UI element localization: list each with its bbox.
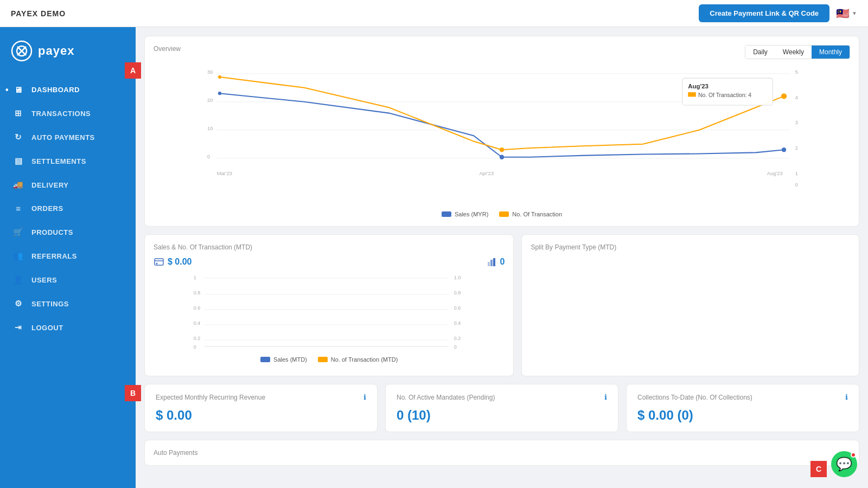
sidebar-label-settlements: SETTLEMENTS — [31, 157, 86, 165]
sidebar-item-logout[interactable]: ⇥ LOGOUT — [0, 316, 136, 339]
kpi-collections-info-icon[interactable]: ℹ — [845, 393, 848, 401]
annotation-badge-c: C — [810, 461, 827, 477]
svg-rect-29 — [155, 259, 163, 265]
svg-text:Apr'23: Apr'23 — [479, 171, 494, 176]
svg-text:0: 0 — [207, 154, 210, 159]
sidebar-logo-text: payex — [38, 44, 74, 58]
split-payment-card: Split By Payment Type (MTD) — [521, 234, 859, 376]
legend-transactions-mtd-label: No. of Transaction (MTD) — [331, 356, 398, 363]
sidebar-item-delivery[interactable]: 🚚 DELIVERY — [0, 173, 136, 197]
sidebar-item-users[interactable]: 👤 USERS — [0, 268, 136, 292]
overview-chart-svg: 30 20 10 0 5 4 3 2 1 0 — [154, 62, 850, 203]
sidebar-item-auto-payments[interactable]: ↻ AUTO PAYMENTS — [0, 125, 136, 149]
sidebar-item-settings[interactable]: ⚙ SETTINGS — [0, 292, 136, 316]
toggle-monthly[interactable]: Monthly — [812, 46, 850, 59]
legend-sales-mtd: Sales (MTD) — [260, 356, 307, 363]
kpi-recurring-header: Expected Monthly Recurring Revenue ℹ — [156, 393, 366, 401]
svg-point-24 — [781, 93, 787, 99]
overview-chart-container: 30 20 10 0 5 4 3 2 1 0 — [154, 62, 850, 206]
annotation-badge-a: A — [125, 62, 141, 79]
sidebar-item-transactions[interactable]: ⊞ TRANSACTIONS — [0, 101, 136, 125]
kpi-mandates-info-icon[interactable]: ℹ — [604, 393, 607, 401]
svg-text:0.2: 0.2 — [194, 336, 201, 341]
svg-rect-27 — [688, 92, 696, 97]
svg-text:0.6: 0.6 — [454, 305, 461, 311]
svg-text:10: 10 — [207, 126, 213, 131]
language-selector[interactable]: 🇲🇾 ▼ — [836, 7, 857, 20]
user-gear-icon: 👤 — [13, 275, 24, 285]
sidebar-label-transactions: TRANSACTIONS — [31, 110, 91, 118]
svg-text:0.6: 0.6 — [194, 305, 201, 311]
svg-text:2: 2 — [795, 145, 798, 151]
svg-text:1: 1 — [795, 171, 798, 176]
annotation-badge-b: B — [125, 385, 141, 401]
chart-toggle-group: Daily Weekly Monthly — [745, 45, 850, 59]
whatsapp-notification-dot — [851, 452, 856, 458]
svg-point-23 — [500, 147, 504, 152]
sidebar-item-dashboard[interactable]: 🖥 DASHBOARD — [0, 78, 136, 101]
whatsapp-icon: 💬 — [836, 457, 852, 472]
svg-point-20 — [500, 155, 504, 159]
sidebar-item-orders[interactable]: ≡ ORDERS — [0, 197, 136, 220]
toggle-daily[interactable]: Daily — [745, 46, 775, 59]
transaction-count: 0 — [486, 256, 505, 267]
sidebar-label-settings: SETTINGS — [31, 300, 69, 308]
people-icon: 👥 — [13, 251, 24, 261]
svg-text:0: 0 — [194, 344, 196, 349]
svg-rect-32 — [488, 262, 490, 266]
legend-transactions-mtd: No. of Transaction (MTD) — [318, 356, 398, 363]
legend-sales-dot — [442, 211, 451, 217]
kpi-recurring-title: Expected Monthly Recurring Revenue — [156, 394, 265, 401]
list-icon: ≡ — [13, 204, 24, 213]
sidebar-logo: payex — [0, 27, 136, 73]
kpi-recurring-info-icon[interactable]: ℹ — [363, 393, 366, 401]
sync-icon: ↻ — [13, 132, 24, 142]
svg-text:0: 0 — [454, 344, 457, 349]
svg-text:0.4: 0.4 — [194, 320, 201, 326]
grid-icon: ⊞ — [13, 108, 24, 118]
app-title: PAYEX DEMO — [11, 9, 66, 18]
svg-rect-25 — [682, 78, 773, 105]
legend-sales-mtd-dot — [260, 357, 270, 362]
svg-text:3: 3 — [795, 120, 798, 125]
svg-text:No. Of Transaction: 4: No. Of Transaction: 4 — [698, 92, 751, 98]
svg-rect-34 — [493, 258, 495, 266]
create-payment-button[interactable]: Create Payment Link & QR Code — [699, 4, 829, 22]
legend-transactions-label: No. Of Transaction — [512, 211, 562, 217]
overview-card: Overview Daily Weekly Monthly 30 20 10 0… — [144, 36, 859, 227]
sidebar-item-settlements[interactable]: ▤ SETTLEMENTS — [0, 149, 136, 173]
auto-payments-section: Auto Payments — [144, 440, 859, 466]
overview-header: Overview Daily Weekly Monthly — [154, 45, 850, 59]
whatsapp-button[interactable]: 💬 — [831, 451, 857, 477]
floating-area: C 💬 — [810, 451, 857, 477]
svg-text:30: 30 — [207, 69, 213, 75]
logout-icon: ⇥ — [13, 323, 24, 332]
middle-cards-row: Sales & No. Of Transaction (MTD) $ 0.00 — [144, 234, 859, 376]
sales-mtd-card: Sales & No. Of Transaction (MTD) $ 0.00 — [144, 234, 514, 376]
kpi-mandates-header: No. Of Active Mandates (Pending) ℹ — [397, 393, 607, 401]
main-layout: A B payex 🖥 DASHBOARD ⊞ TRANSACTIONS — [0, 27, 868, 488]
sales-icon — [154, 256, 164, 267]
svg-text:5: 5 — [795, 69, 798, 75]
kpi-mandates-value: 0 (10) — [397, 408, 607, 423]
svg-point-31 — [156, 263, 158, 265]
sidebar-item-referrals[interactable]: 👥 REFERRALS — [0, 244, 136, 268]
legend-sales-label: Sales (MYR) — [455, 211, 488, 217]
sales-value: $ 0.00 — [154, 256, 192, 267]
kpi-collections: Collections To-Date (No. Of Collections)… — [626, 384, 859, 432]
svg-text:0.8: 0.8 — [454, 290, 461, 296]
sidebar-label-delivery: DELIVERY — [31, 181, 69, 189]
sidebar-item-products[interactable]: 🛒 PRODUCTS — [0, 220, 136, 244]
legend-sales-mtd-label: Sales (MTD) — [273, 356, 307, 363]
flag-icon: 🇲🇾 — [836, 7, 850, 20]
chevron-down-icon: ▼ — [852, 10, 857, 16]
svg-text:0: 0 — [795, 182, 798, 188]
sidebar-label-auto-payments: AUTO PAYMENTS — [31, 133, 95, 142]
legend-transactions-mtd-dot — [318, 357, 328, 362]
svg-point-22 — [218, 75, 221, 79]
truck-icon: 🚚 — [13, 180, 24, 190]
toggle-weekly[interactable]: Weekly — [775, 46, 812, 59]
bar-chart-icon — [486, 256, 497, 267]
svg-text:4: 4 — [795, 95, 798, 100]
svg-text:Mar'23: Mar'23 — [217, 171, 232, 176]
